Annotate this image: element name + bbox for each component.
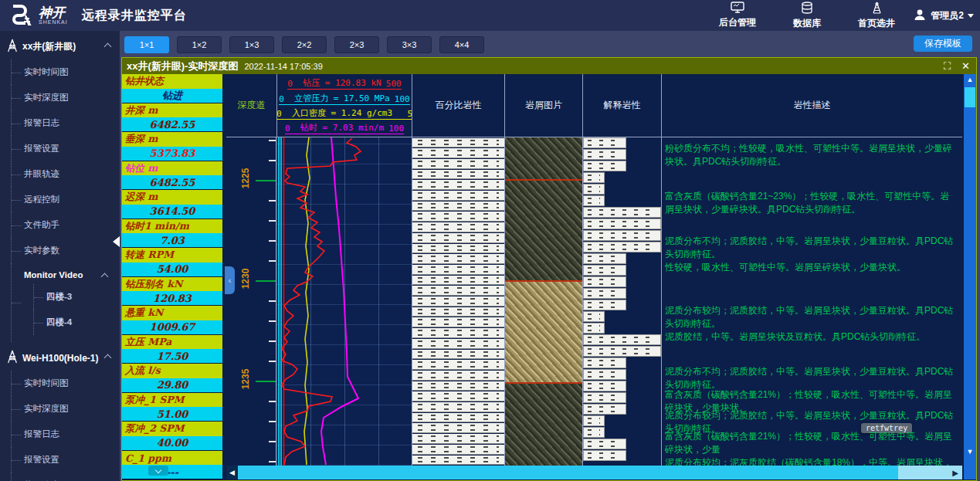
user-menu[interactable]: 管理员2	[913, 0, 974, 31]
layout-tab-2×3[interactable]: 2×3	[334, 36, 379, 53]
well-tree-sidebar: xx井(新井眼)实时时间图实时深度图报警日志报警设置井眼轨迹远程控制文件助手实时…	[0, 31, 120, 481]
sidebar-item-远程控制[interactable]: 远程控制	[11, 187, 120, 212]
sidebar-collapse-arrow-icon[interactable]	[113, 236, 120, 247]
layout-tab-1×1[interactable]: 1×1	[124, 36, 169, 53]
percent-lithology-row	[412, 434, 504, 444]
parameter-入流: 入流 l/s29.80	[122, 364, 222, 393]
depth-log-chart: 深度道 0钻压 = 120.83 kN5000立管压力 = 17.50 MPa1…	[226, 74, 962, 466]
percent-lithology-row	[412, 202, 504, 212]
parameter-迟深: 迟深 m3614.50	[122, 190, 222, 219]
parameter-value: 钻进	[122, 89, 222, 103]
lithology-description-text: 粉砂质分布不均；性较硬，吸水性、可塑性中等。岩屑呈块状，少量碎块状。具PDC钻头…	[665, 142, 958, 168]
parameter-泵冲_1: 泵冲_1 SPM51.00	[122, 393, 222, 422]
cuttings-photo-section	[505, 282, 582, 383]
interpreted-lithology-bar	[583, 288, 626, 299]
layout-tabstrip: 1×11×21×32×22×33×34×4	[124, 36, 484, 53]
nav-well-select-derrick[interactable]: 首页选井	[858, 2, 895, 30]
sidebar-item-报警设置[interactable]: 报警设置	[11, 447, 120, 473]
curve-plot	[276, 137, 412, 466]
depth-minor-tick	[269, 461, 276, 462]
percent-lithology-column	[412, 137, 504, 466]
panel-expand-chevron-icon[interactable]: ‹	[225, 266, 235, 294]
sidebar-item-报警日志[interactable]: 报警日志	[11, 422, 120, 447]
sidebar-item-实时深度图[interactable]: 实时深度图	[11, 85, 120, 110]
depth-minor-tick	[269, 200, 276, 202]
interpreted-lithology-bar	[583, 369, 626, 380]
sidebar-well-0[interactable]: xx井(新井眼)	[0, 31, 120, 59]
interpreted-lithology-bar	[583, 265, 626, 276]
user-avatar-icon	[913, 8, 927, 24]
interpreted-lithology-bar	[583, 253, 626, 264]
interpreted-lithology-bar	[583, 450, 626, 461]
interpreted-lithology-bar	[583, 184, 605, 195]
horizontal-scroll-thumb[interactable]	[238, 466, 898, 479]
sidebar-item-实时深度图[interactable]: 实时深度图	[11, 396, 120, 422]
parameter-label: C_1 ppm	[122, 451, 222, 466]
lithology-description-column: retfwtrey 粉砂质分布不均；性较硬，吸水性、可塑性中等。岩屑呈块状，少量…	[661, 137, 962, 466]
vertical-scroll-thumb[interactable]	[965, 87, 975, 107]
sidebar-item-Monitor Video[interactable]: Monitor Video四楼-3四楼-4	[11, 263, 120, 342]
percent-lithology-row	[412, 402, 504, 412]
percent-lithology-row	[412, 456, 504, 466]
sidebar-item-label: 报警设置	[24, 144, 59, 153]
interpreted-lithology-bar	[583, 137, 626, 148]
cuttings-photo-section	[505, 384, 582, 466]
parameter-value: 120.83	[122, 291, 222, 305]
horizontal-scrollbar[interactable]: ◀ ▶	[226, 466, 962, 479]
sidebar-item-label: 报警设置	[24, 455, 59, 464]
layout-tab-2×2[interactable]: 2×2	[282, 36, 327, 53]
nav-admin-monitor[interactable]: 后台管理	[719, 2, 756, 29]
percent-lithology-row	[412, 413, 504, 423]
layout-tab-1×2[interactable]: 1×2	[177, 36, 222, 53]
percent-lithology-row	[412, 265, 504, 275]
sidebar-item-label: 文件助手	[24, 220, 59, 229]
close-icon[interactable]: ✕	[961, 61, 970, 71]
layout-tab-4×4[interactable]: 4×4	[439, 36, 484, 53]
sidebar-item-label: 实时时间图	[24, 67, 69, 76]
depth-minor-tick	[269, 320, 276, 322]
layout-tab-1×3[interactable]: 1×3	[229, 36, 274, 53]
depth-minor-tick	[269, 140, 276, 141]
brand-block: 神开 SHENKAI	[39, 6, 68, 25]
save-template-button[interactable]: 保存模板	[914, 36, 972, 52]
derrick-icon	[6, 39, 19, 55]
interpreted-lithology-bar	[583, 195, 605, 206]
column-header-interpreted-lithology: 解释岩性	[582, 74, 661, 137]
scroll-left-arrow-icon[interactable]: ◀	[226, 466, 238, 479]
cuttings-photo-section	[505, 137, 582, 181]
lithology-description-text: 泥质分布不均；泥质胶结，中等。岩屑呈块状，少量豆粒状。具PDC钻头切削特征。	[665, 235, 958, 261]
layout-tab-3×3[interactable]: 3×3	[387, 36, 432, 53]
depth-minor-tick	[269, 401, 276, 402]
vertical-scrollbar[interactable]: ▲ ▼	[964, 74, 976, 479]
cuttings-photo-column	[504, 137, 582, 466]
depth-minor-tick	[269, 220, 276, 222]
sidebar-well-1[interactable]: Wei-H100(Hole-1)	[0, 342, 120, 371]
parameter-label: 立压 MPa	[122, 335, 222, 350]
sidebar-item-井眼轨迹[interactable]: 井眼轨迹	[11, 161, 120, 187]
sidebar-item-井眼轨迹[interactable]: 井眼轨迹	[11, 473, 120, 481]
sidebar-item-报警设置[interactable]: 报警设置	[11, 136, 120, 161]
fullscreen-icon[interactable]: ⛶	[944, 61, 951, 71]
nav-database[interactable]: 数据库	[793, 2, 821, 30]
parameter-C_1: C_1 ppm---	[122, 451, 222, 480]
sidebar-item-文件助手[interactable]: 文件助手	[11, 212, 120, 238]
sidebar-item-label: 实时深度图	[24, 404, 69, 413]
sidebar-item-实时时间图[interactable]: 实时时间图	[11, 59, 120, 85]
sidebar-item-四楼-3[interactable]: 四楼-3	[33, 284, 120, 310]
sidebar-item-四楼-4[interactable]: 四楼-4	[33, 310, 120, 335]
sidebar-item-实时时间图[interactable]: 实时时间图	[11, 371, 120, 396]
scroll-down-arrow-icon[interactable]: ▼	[964, 446, 976, 457]
scroll-right-arrow-icon[interactable]: ▶	[950, 466, 961, 479]
percent-lithology-row	[412, 328, 504, 338]
interpreted-lithology-bar	[583, 439, 626, 449]
interpreted-lithology-bar	[583, 415, 605, 426]
sidebar-item-label: 报警日志	[24, 118, 59, 127]
header-nav: 后台管理数据库首页选井	[719, 0, 895, 31]
parameter-label: 钻时1 min/m	[122, 219, 222, 234]
column-header-percent-lithology: 百分比岩性	[412, 74, 504, 137]
sidebar-item-实时参数[interactable]: 实时参数	[11, 238, 120, 263]
scroll-up-arrow-icon[interactable]: ▲	[964, 74, 976, 85]
parameter-垂深: 垂深 m5373.83	[122, 132, 222, 161]
parameter-dropdown-button[interactable]	[148, 466, 168, 476]
sidebar-item-报警日志[interactable]: 报警日志	[11, 110, 120, 136]
